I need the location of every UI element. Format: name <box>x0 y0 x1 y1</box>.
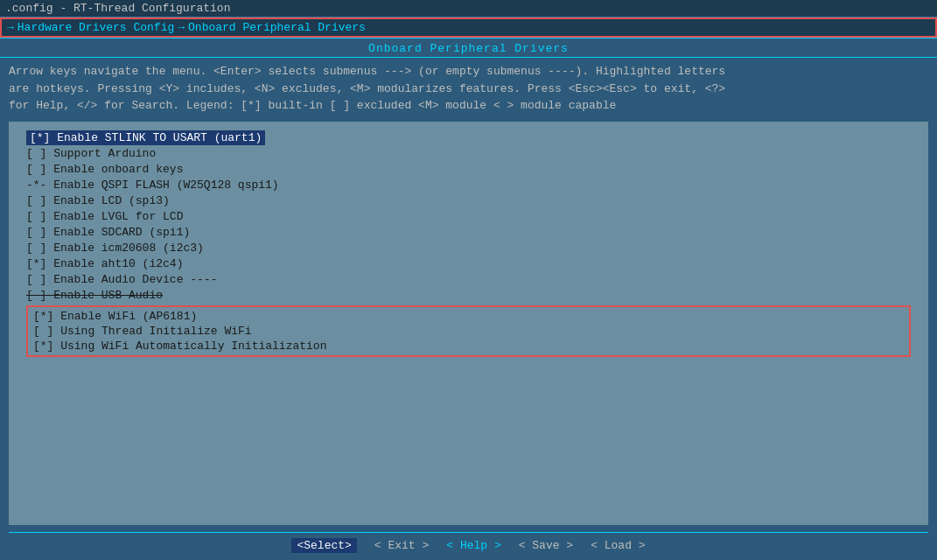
menu-item-onboard-keys[interactable]: [ ] Enable onboard keys <box>26 162 911 177</box>
select-label: <Select> <box>297 539 351 552</box>
save-label: < Save > <box>519 539 573 552</box>
exit-button[interactable]: < Exit > <box>374 539 429 552</box>
menu-container: [*] Enable STLINK TO USART (uart1) [ ] S… <box>9 122 928 526</box>
wifi-section: [*] Enable WiFi (AP6181) [ ] Using Threa… <box>26 305 911 357</box>
menu-item-wifi-thread[interactable]: [ ] Using Thread Initialize WiFi <box>33 324 904 339</box>
menu-item-wifi-auto[interactable]: [*] Using WiFi Automatically Initializat… <box>33 339 904 354</box>
menu-item-icm[interactable]: [ ] Enable icm20608 (i2c3) <box>26 241 911 256</box>
main-content: Onboard Peripheral Drivers Arrow keys na… <box>0 38 937 532</box>
menu-item-lcd[interactable]: [ ] Enable LCD (spi3) <box>26 193 911 208</box>
select-button[interactable]: <Select> <box>291 538 356 553</box>
exit-label: < Exit > <box>374 539 429 552</box>
section-title: Onboard Peripheral Drivers <box>0 38 937 58</box>
breadcrumb-separator: → <box>178 21 185 34</box>
menu-item-audio[interactable]: [ ] Enable Audio Device ---- <box>26 272 911 287</box>
menu-item-lvgl[interactable]: [ ] Enable LVGL for LCD <box>26 209 911 224</box>
breadcrumb-part1: Hardware Drivers Config <box>17 21 174 34</box>
load-label: < Load > <box>591 539 645 552</box>
help-line2: are hotkeys. Pressing <Y> includes, <N> … <box>9 80 928 98</box>
app: .config - RT-Thread Configuration → Hard… <box>0 0 937 560</box>
menu-item-aht10[interactable]: [*] Enable aht10 (i2c4) <box>26 256 911 271</box>
load-button[interactable]: < Load > <box>591 539 645 552</box>
title-text: .config - RT-Thread Configuration <box>5 2 230 15</box>
menu-item-stlink[interactable]: [*] Enable STLINK TO USART (uart1) <box>26 130 911 145</box>
bottom-bar: <Select> < Exit > < Help > < Save > < Lo… <box>0 533 937 560</box>
help-label: < Help > <box>446 539 500 552</box>
menu-item-usb-audio[interactable]: [ ] Enable USB Audio <box>26 288 911 303</box>
breadcrumb-arrow-start: → <box>7 21 14 34</box>
menu-item-wifi-enable[interactable]: [*] Enable WiFi (AP6181) <box>33 309 904 324</box>
help-text: Arrow keys navigate the menu. <Enter> se… <box>0 58 937 122</box>
menu-item-qspi[interactable]: -*- Enable QSPI FLASH (W25Q128 qspi1) <box>26 178 911 192</box>
help-line3: for Help, </> for Search. Legend: [*] bu… <box>9 97 928 115</box>
help-button[interactable]: < Help > <box>446 539 500 552</box>
title-bar: .config - RT-Thread Configuration <box>0 0 937 18</box>
save-button[interactable]: < Save > <box>519 539 573 552</box>
stlink-label: [*] Enable STLINK TO USART (uart1) <box>26 130 265 145</box>
breadcrumb-bar: → Hardware Drivers Config → Onboard Peri… <box>0 18 937 38</box>
breadcrumb-part2: Onboard Peripheral Drivers <box>188 21 366 34</box>
menu-item-sdcard[interactable]: [ ] Enable SDCARD (spi1) <box>26 225 911 240</box>
help-line1: Arrow keys navigate the menu. <Enter> se… <box>9 63 928 80</box>
menu-item-arduino[interactable]: [ ] Support Arduino <box>26 146 911 161</box>
